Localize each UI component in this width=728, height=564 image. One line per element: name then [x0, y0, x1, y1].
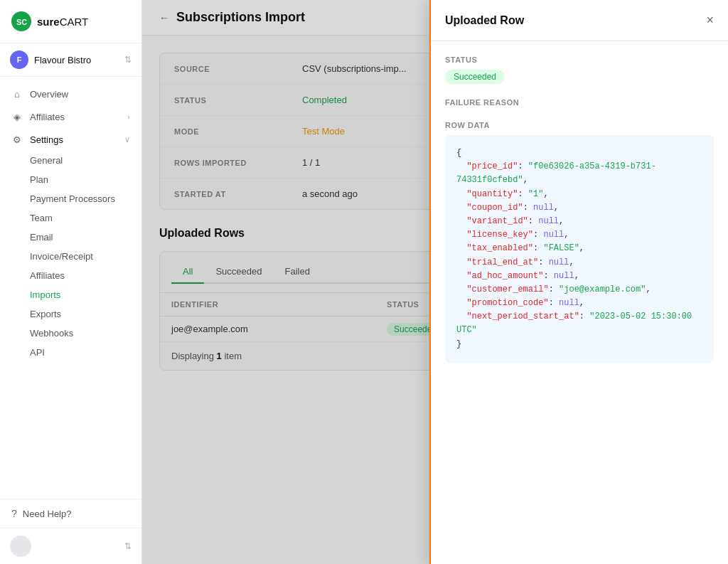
user-footer[interactable]: ⇅: [0, 528, 141, 564]
sidebar-item-email[interactable]: Email: [0, 228, 141, 247]
uploaded-row-modal: Uploaded Row × STATUS Succeeded FAILURE …: [429, 0, 728, 564]
sidebar-item-webhooks[interactable]: Webhooks: [0, 324, 141, 343]
store-name: Flavour Bistro: [34, 55, 91, 65]
surecart-logo: SC: [11, 11, 31, 31]
modal-row-data-label: ROW DATA: [445, 121, 714, 129]
sidebar-item-settings[interactable]: ⚙ Settings ∨: [0, 128, 141, 151]
modal-code-block: { "price_id": "f0e63026-a35a-4319-b731-7…: [445, 135, 714, 363]
help-section[interactable]: ? Need Help?: [0, 499, 141, 528]
sidebar-item-payment-processors[interactable]: Payment Processors: [0, 189, 141, 208]
settings-icon: ⚙: [11, 134, 23, 145]
modal-failure-section: FAILURE REASON: [445, 98, 714, 107]
store-avatar: F: [10, 50, 28, 69]
sidebar-item-plan[interactable]: Plan: [0, 170, 141, 189]
affiliates-icon: ◈: [11, 111, 23, 122]
modal-body: STATUS Succeeded FAILURE REASON ROW DATA…: [431, 41, 728, 564]
sidebar-item-imports[interactable]: Imports: [0, 285, 141, 304]
store-chevron-icon: ⇅: [124, 55, 132, 65]
sidebar-item-affiliates[interactable]: ◈ Affiliates ›: [0, 105, 141, 128]
modal-row-data-section: ROW DATA { "price_id": "f0e63026-a35a-43…: [445, 121, 714, 363]
modal-failure-label: FAILURE REASON: [445, 98, 714, 107]
modal-status-section: STATUS Succeeded: [445, 55, 714, 84]
affiliates-chevron-icon: ›: [127, 112, 130, 121]
sidebar-nav: ⌂ Overview ◈ Affiliates › ⚙ Settings ∨ G…: [0, 77, 141, 499]
logo-area: SC sureCART: [0, 0, 141, 43]
sidebar-item-affiliates-sub[interactable]: Affiliates: [0, 266, 141, 285]
store-switcher[interactable]: F Flavour Bistro ⇅: [0, 43, 141, 77]
settings-chevron-icon: ∨: [124, 135, 130, 144]
brand-name: sureCART: [37, 16, 88, 28]
svg-text:SC: SC: [16, 18, 27, 26]
sidebar-item-api[interactable]: API: [0, 343, 141, 362]
modal-close-button[interactable]: ×: [706, 13, 714, 28]
help-text: Need Help?: [23, 509, 72, 519]
modal-status-label: STATUS: [445, 55, 714, 64]
affiliates-label: Affiliates: [30, 112, 65, 122]
help-icon: ?: [11, 508, 17, 519]
sidebar-item-overview[interactable]: ⌂ Overview: [0, 83, 141, 105]
sidebar-item-team[interactable]: Team: [0, 208, 141, 228]
modal-header: Uploaded Row ×: [431, 0, 728, 41]
footer-chevron-icon: ⇅: [124, 541, 132, 551]
overview-label: Overview: [30, 89, 68, 100]
user-avatar: [10, 536, 31, 557]
sidebar-item-invoice-receipt[interactable]: Invoice/Receipt: [0, 247, 141, 266]
sidebar-item-exports[interactable]: Exports: [0, 304, 141, 324]
home-icon: ⌂: [11, 88, 23, 100]
modal-status-badge: Succeeded: [445, 70, 505, 84]
sidebar: SC sureCART F Flavour Bistro ⇅ ⌂ Overvie…: [0, 0, 142, 564]
settings-label: Settings: [30, 134, 63, 145]
sidebar-item-general[interactable]: General: [0, 151, 141, 170]
modal-title: Uploaded Row: [445, 14, 524, 27]
